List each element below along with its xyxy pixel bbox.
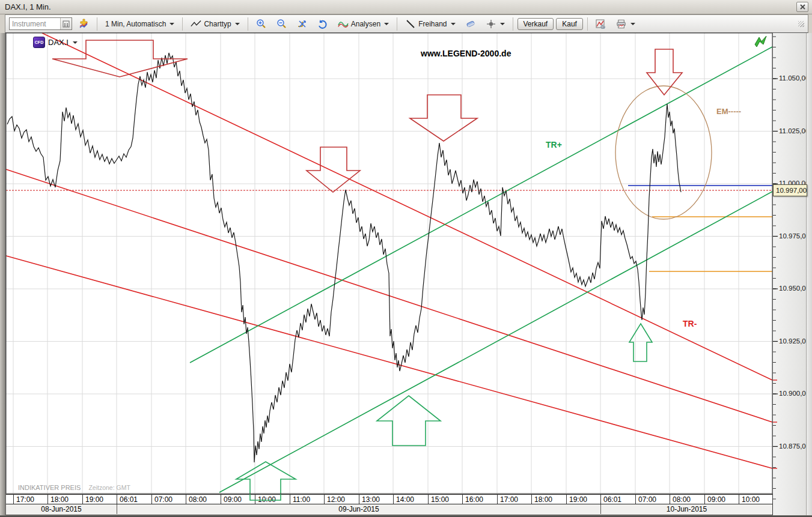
instrument-lookup-button[interactable] — [60, 18, 72, 29]
time-axis-label: 18:00 — [50, 495, 69, 504]
toolbar-separator — [97, 17, 97, 31]
line-chart-icon — [191, 19, 201, 29]
interval-label: 1 Min, Automatisch — [105, 20, 166, 28]
title-bar: DAX.I, 1 Min. — [0, 0, 812, 14]
chart-settings-button[interactable] — [592, 17, 610, 31]
time-axis-cell: 09:00 — [704, 495, 739, 504]
time-axis-label: 09:00 — [707, 495, 725, 504]
sell-button[interactable]: Verkauf — [517, 18, 554, 30]
zoom-out-icon — [276, 19, 287, 29]
time-axis-cell: 07:00 — [635, 495, 670, 504]
date-band-label: 10-Jun-2015 — [600, 504, 772, 514]
interval-dropdown[interactable]: 1 Min, Automatisch — [102, 18, 178, 30]
analysis-label: Analysen — [351, 20, 380, 28]
time-axis-cell: 11:00 — [290, 495, 324, 504]
time-axis-label: 08:00 — [189, 495, 207, 504]
chevron-down-icon — [500, 23, 505, 25]
chart-plot-area[interactable] — [6, 33, 772, 494]
date-band-label: 08-Jun-2015 — [6, 504, 117, 514]
time-axis-label: 19:00 — [569, 495, 587, 504]
time-axis-cell: 16:00 — [462, 495, 497, 504]
cfd-badge-icon: CFD — [33, 37, 45, 48]
time-axis-cell: 06:01 — [600, 495, 635, 504]
current-price-badge: 10.997,00 — [773, 184, 807, 196]
eraser-button[interactable] — [462, 17, 480, 31]
time-axis-cell: 08:00 — [670, 495, 704, 504]
time-axis-cell: 14:00 — [393, 495, 428, 504]
timezone-text: Zeitzone: GMT — [88, 484, 130, 491]
chevron-down-icon — [451, 23, 456, 25]
time-axis-label: 16:00 — [465, 495, 483, 504]
time-axis-cell: 15:00 — [428, 495, 462, 504]
date-axis: 08-Jun-201509-Jun-201510-Jun-2015 — [6, 504, 772, 515]
right-scrollbar[interactable] — [806, 33, 812, 515]
trend-up-label: TR+ — [546, 140, 562, 150]
time-axis-cell: 19:00 — [566, 495, 600, 504]
time-axis-cell: 18:00 — [47, 495, 82, 504]
price-axis-label: 10.975,00 — [779, 232, 810, 240]
time-axis-label: 19:00 — [85, 495, 103, 504]
freehand-dropdown[interactable]: Freihand — [401, 17, 459, 31]
chart-settings-icon — [596, 19, 606, 29]
chevron-down-icon — [630, 23, 635, 25]
chevron-down-icon — [235, 23, 240, 25]
price-axis-label: 10.925,00 — [779, 337, 810, 345]
undo-icon — [317, 19, 328, 29]
chart-toolbar: 1 Min, Automatisch Charttyp — [5, 14, 808, 33]
time-axis-label: 06:01 — [120, 495, 138, 504]
em-label: EM----- — [716, 107, 741, 116]
charttype-dropdown[interactable]: Charttyp — [187, 17, 243, 31]
crosshair-dropdown[interactable] — [482, 17, 508, 31]
time-axis-cell: 17:00 — [13, 495, 47, 504]
price-axis-label: 11.025,00 — [779, 127, 809, 135]
time-axis-label: 18:00 — [534, 495, 552, 504]
time-axis-cell: 06:01 — [117, 495, 151, 504]
instrument-search — [9, 17, 72, 30]
time-axis-label: 17:00 — [16, 495, 34, 504]
analysis-dropdown[interactable]: Analysen — [334, 17, 392, 31]
indicative-price-text: INDIKATIVER PREIS — [18, 484, 81, 491]
close-button[interactable] — [796, 2, 808, 12]
instrument-input[interactable] — [10, 19, 60, 29]
time-axis-cell: 18:00 — [531, 495, 566, 504]
trend-down-label: TR- — [683, 319, 697, 328]
undo-button[interactable] — [314, 17, 332, 31]
price-axis-label: 10.875,00 — [779, 443, 810, 450]
toolbar-resize-grip[interactable] — [798, 21, 804, 27]
favorites-chart-button[interactable] — [75, 17, 93, 31]
pan-scale-button[interactable] — [293, 17, 311, 31]
time-axis[interactable]: 17:0018:0019:0006:0107:0008:0009:0010:00… — [6, 494, 772, 504]
price-axis-label: 10.900,00 — [779, 390, 810, 397]
toolbar-separator — [182, 17, 183, 31]
time-axis-label: 12:00 — [327, 495, 345, 504]
price-axis[interactable]: 11.050,0011.025,0011.000,0010.975,0010.9… — [772, 33, 806, 515]
eraser-icon — [465, 19, 476, 29]
chevron-down-icon — [169, 23, 174, 25]
symbol-label: DAX.I — [48, 38, 69, 47]
favorites-chart-icon — [78, 19, 89, 29]
symbol-selector[interactable]: CFD DAX.I — [33, 37, 78, 48]
chevron-down-icon — [384, 23, 389, 25]
window-left-edge — [0, 33, 6, 515]
time-axis-label: 17:00 — [500, 495, 518, 504]
chevron-down-icon — [73, 41, 78, 44]
time-axis-label: 07:00 — [154, 495, 172, 504]
toolbar-separator — [248, 17, 248, 31]
buy-button[interactable]: Kauf — [556, 18, 583, 30]
time-axis-label: 07:00 — [638, 495, 656, 504]
zoom-in-icon — [256, 19, 267, 29]
time-axis-cell: 07:00 — [151, 495, 186, 504]
zoom-in-button[interactable] — [252, 17, 270, 31]
time-axis-label: 13:00 — [362, 495, 380, 504]
print-dropdown[interactable] — [612, 17, 639, 31]
time-axis-label: 10:00 — [258, 495, 276, 504]
pan-arrows-icon — [297, 19, 308, 29]
indicative-price-note: INDIKATIVER PREIS Zeitzone: GMT — [18, 484, 130, 491]
keypad-icon — [63, 20, 70, 28]
trading-app-window: DAX.I, 1 Min. — [0, 0, 812, 517]
zoom-out-button[interactable] — [273, 17, 291, 31]
time-axis-label: 11:00 — [293, 495, 310, 504]
printer-icon — [616, 19, 627, 29]
time-axis-cell: 09:00 — [221, 495, 255, 504]
time-axis-label: 09:00 — [224, 495, 242, 504]
